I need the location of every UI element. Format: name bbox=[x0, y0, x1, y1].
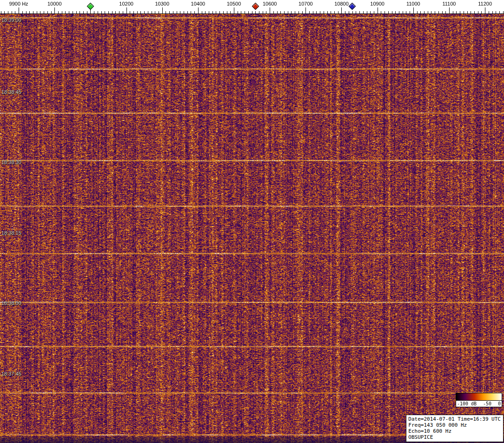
colorbar-gradient bbox=[456, 393, 502, 401]
info-frequency: Freq=143 050 000 Hz bbox=[408, 422, 501, 428]
frequency-ruler[interactable] bbox=[0, 0, 504, 14]
colorbar-mid-label: -50 bbox=[483, 401, 491, 406]
info-station-name: OBSUPICE bbox=[408, 434, 501, 440]
intensity-scale: -100 dB -50 0 bbox=[456, 393, 502, 407]
time-label: 18:38:00 bbox=[1, 300, 21, 306]
time-label: 18:38:30 bbox=[1, 159, 21, 165]
colorbar-labels: -100 dB -50 0 bbox=[456, 401, 502, 407]
time-label: 18:37:45 bbox=[1, 371, 21, 377]
info-date-time: Date=2014-07-01 Time=16:39 UTC bbox=[408, 416, 501, 422]
colorbar-max-label: 0 bbox=[498, 401, 501, 406]
spectrogram-canvas bbox=[0, 14, 504, 443]
time-label: 18:38:15 bbox=[1, 230, 21, 236]
spectrogram-window: 18:39:0018:38:4518:38:3018:38:1518:38:00… bbox=[0, 0, 504, 443]
waterfall-area: 18:39:0018:38:4518:38:3018:38:1518:38:00… bbox=[0, 14, 504, 443]
colorbar-min-label: -100 dB bbox=[457, 401, 477, 406]
time-label: 18:39:00 bbox=[1, 17, 21, 23]
observation-info-box: Date=2014-07-01 Time=16:39 UTC Freq=143 … bbox=[406, 415, 504, 442]
frequency-ruler-canvas bbox=[0, 0, 504, 14]
info-echo-freq: Echo=10 600 Hz bbox=[408, 428, 501, 434]
time-label: 18:38:45 bbox=[1, 89, 21, 95]
